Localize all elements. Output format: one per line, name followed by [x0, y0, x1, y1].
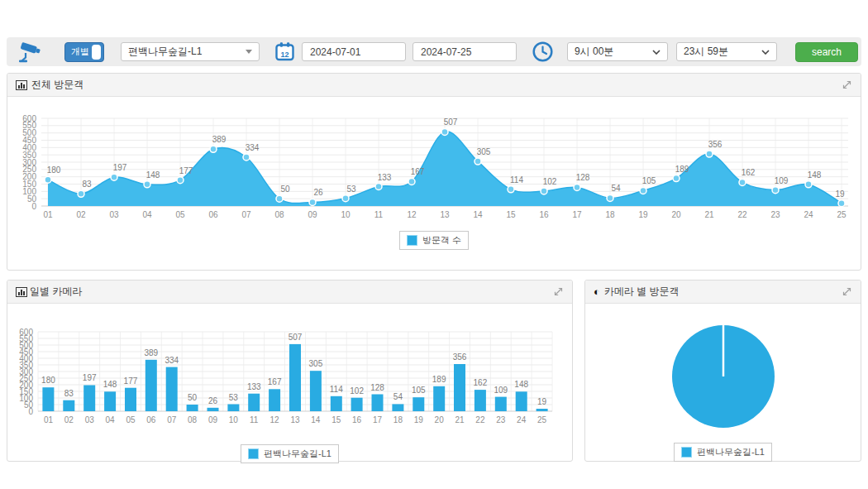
time-from-select[interactable]: 9시 00분 — [567, 42, 668, 61]
svg-text:16: 16 — [352, 415, 362, 424]
legend-swatch — [407, 235, 417, 246]
svg-text:22: 22 — [475, 415, 485, 424]
camera-select-value: 편백나무숲길-L1 — [128, 45, 202, 59]
svg-text:06: 06 — [146, 415, 156, 424]
svg-text:109: 109 — [494, 386, 508, 395]
pie-chart-icon: ◐ — [594, 286, 600, 297]
pie-chart — [585, 304, 861, 436]
time-from-value: 9시 00분 — [575, 45, 613, 59]
svg-text:03: 03 — [85, 415, 95, 424]
svg-text:167: 167 — [411, 167, 425, 176]
svg-text:26: 26 — [313, 188, 323, 197]
svg-text:177: 177 — [124, 376, 138, 386]
individual-toggle-label: 개별 — [71, 46, 89, 58]
svg-text:01: 01 — [43, 210, 53, 219]
svg-text:197: 197 — [83, 373, 97, 382]
toggle-knob — [92, 45, 101, 60]
legend-swatch — [248, 448, 259, 459]
svg-text:24: 24 — [517, 415, 527, 424]
panel-title: 카메라 별 방문객 — [604, 285, 680, 299]
svg-text:305: 305 — [477, 147, 491, 156]
svg-text:02: 02 — [76, 210, 86, 219]
expand-icon[interactable] — [553, 286, 564, 297]
svg-text:53: 53 — [346, 185, 356, 194]
clock-icon — [532, 41, 554, 63]
svg-text:102: 102 — [543, 177, 557, 186]
date-to-input[interactable] — [413, 42, 517, 61]
svg-text:13: 13 — [290, 415, 300, 424]
svg-text:09: 09 — [208, 415, 218, 424]
svg-text:15: 15 — [506, 210, 516, 219]
svg-text:18: 18 — [605, 210, 615, 219]
legend-camera: 편백나무숲길-L1 — [674, 443, 772, 462]
svg-text:14: 14 — [311, 415, 321, 424]
svg-text:08: 08 — [188, 415, 198, 424]
svg-text:128: 128 — [576, 173, 590, 182]
svg-text:197: 197 — [113, 163, 127, 172]
panel-title: 전체 방문객 — [31, 78, 83, 92]
date-from-input[interactable] — [302, 42, 406, 61]
legend-label: 편백나무숲길-L1 — [697, 446, 765, 458]
svg-text:19: 19 — [414, 415, 424, 424]
svg-text:01: 01 — [44, 415, 54, 424]
legend-row: 방문객 수 — [7, 231, 861, 250]
panel-total-visitors: 전체 방문객 050100150200250300350400450500550… — [7, 73, 861, 271]
svg-text:19: 19 — [835, 189, 845, 199]
svg-text:148: 148 — [146, 170, 160, 180]
svg-text:11: 11 — [250, 415, 259, 424]
svg-text:23: 23 — [770, 210, 780, 219]
svg-text:11: 11 — [374, 210, 384, 219]
area-chart: 0501001502002503003504004505005506001808… — [7, 97, 861, 221]
svg-text:54: 54 — [611, 184, 621, 193]
svg-text:20: 20 — [435, 415, 445, 424]
svg-text:07: 07 — [167, 415, 177, 424]
panel-title: 일별 카메라 — [30, 285, 82, 299]
expand-icon[interactable] — [842, 286, 852, 297]
svg-text:12: 12 — [270, 415, 280, 424]
individual-toggle[interactable]: 개별 — [64, 42, 104, 62]
svg-text:20: 20 — [671, 210, 681, 219]
svg-text:14: 14 — [473, 210, 483, 219]
svg-text:05: 05 — [126, 415, 136, 424]
svg-text:133: 133 — [378, 173, 392, 182]
svg-text:162: 162 — [474, 378, 488, 387]
svg-text:10: 10 — [341, 210, 351, 219]
svg-text:21: 21 — [455, 415, 465, 424]
panel-per-camera: ◐ 카메라 별 방문객 편백나무숲길-L1 — [584, 280, 861, 462]
search-button[interactable]: search — [795, 42, 858, 62]
svg-text:12: 12 — [280, 50, 289, 59]
svg-text:06: 06 — [208, 210, 218, 219]
legend-label: 방문객 수 — [422, 234, 461, 247]
svg-text:177: 177 — [179, 166, 193, 175]
legend-label: 편백나무숲길-L1 — [264, 448, 331, 460]
legend-row: 편백나무숲길-L1 — [7, 444, 572, 463]
svg-text:18: 18 — [393, 415, 403, 424]
bar-chart: 0501001502002503003504004505005506001808… — [7, 304, 572, 433]
svg-text:19: 19 — [638, 210, 648, 219]
svg-text:16: 16 — [539, 210, 549, 219]
chevron-down-icon — [761, 50, 770, 55]
camera-select[interactable]: 편백나무숲길-L1 — [121, 42, 260, 61]
svg-text:334: 334 — [246, 143, 260, 152]
svg-text:148: 148 — [103, 380, 117, 389]
svg-text:109: 109 — [775, 176, 789, 185]
svg-text:507: 507 — [444, 117, 458, 127]
svg-text:114: 114 — [330, 385, 343, 394]
svg-text:22: 22 — [737, 210, 747, 219]
panel-daily-camera: 일별 카메라 050100150200250300350400450500550… — [7, 280, 573, 462]
svg-text:507: 507 — [289, 333, 303, 342]
legend-swatch — [681, 447, 692, 458]
svg-text:09: 09 — [308, 210, 317, 219]
svg-text:07: 07 — [241, 210, 251, 219]
svg-text:600: 600 — [19, 328, 33, 337]
svg-text:356: 356 — [708, 140, 723, 149]
legend-camera: 편백나무숲길-L1 — [241, 444, 339, 463]
svg-text:10: 10 — [229, 415, 239, 424]
svg-text:180: 180 — [41, 376, 55, 385]
expand-icon[interactable] — [842, 79, 852, 90]
time-to-select[interactable]: 23시 59분 — [676, 42, 777, 61]
svg-text:162: 162 — [742, 168, 756, 177]
svg-text:389: 389 — [212, 135, 227, 144]
svg-text:25: 25 — [537, 415, 547, 424]
svg-text:148: 148 — [514, 380, 528, 389]
